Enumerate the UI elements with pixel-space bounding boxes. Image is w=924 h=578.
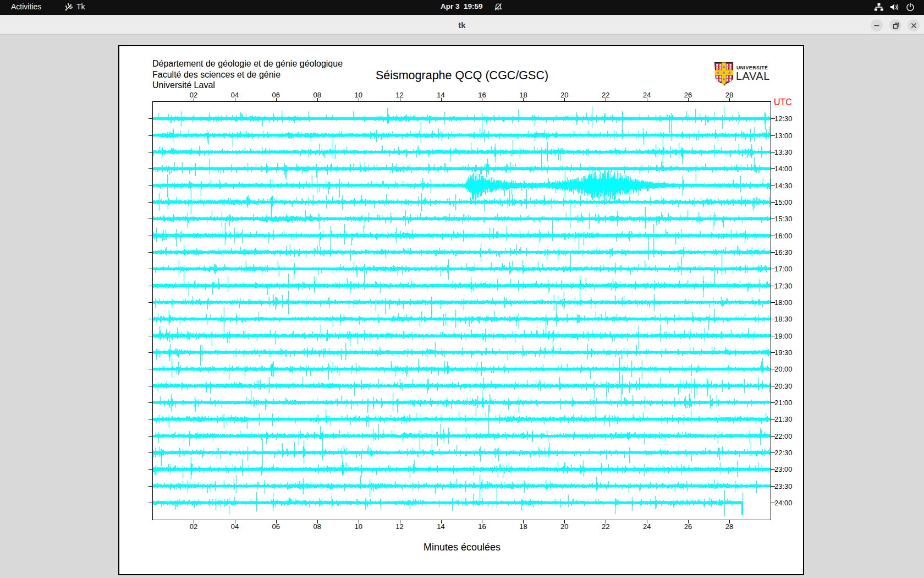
- svg-text:26: 26: [684, 91, 692, 99]
- svg-text:18:30: 18:30: [774, 315, 793, 323]
- svg-text:14:00: 14:00: [774, 165, 793, 173]
- svg-text:18: 18: [519, 91, 527, 99]
- svg-text:22:00: 22:00: [774, 432, 793, 440]
- svg-text:02: 02: [190, 522, 197, 531]
- svg-text:14: 14: [437, 91, 444, 99]
- svg-text:LAVAL: LAVAL: [736, 70, 770, 82]
- svg-text:08: 08: [313, 91, 321, 99]
- svg-text:16:30: 16:30: [774, 248, 793, 257]
- svg-text:19:30: 19:30: [774, 348, 793, 357]
- svg-text:18: 18: [519, 522, 527, 531]
- svg-text:12: 12: [395, 522, 403, 531]
- svg-text:10: 10: [354, 91, 362, 99]
- svg-text:06: 06: [272, 522, 280, 531]
- svg-text:10: 10: [354, 522, 362, 531]
- svg-text:04: 04: [231, 91, 239, 99]
- svg-text:21:00: 21:00: [774, 399, 793, 407]
- svg-text:24:00: 24:00: [774, 499, 793, 507]
- svg-text:04: 04: [231, 522, 239, 531]
- svg-text:20: 20: [560, 522, 568, 531]
- svg-text:26: 26: [684, 522, 692, 531]
- svg-text:12:30: 12:30: [774, 114, 793, 123]
- svg-text:02: 02: [190, 91, 197, 99]
- svg-text:Minutes écoulées: Minutes écoulées: [424, 542, 501, 553]
- svg-text:Séismographe QCQ (CGC/GSC): Séismographe QCQ (CGC/GSC): [376, 69, 548, 82]
- svg-text:15:30: 15:30: [774, 215, 793, 223]
- svg-text:24: 24: [643, 91, 651, 99]
- svg-text:19:00: 19:00: [774, 332, 793, 340]
- svg-text:12: 12: [395, 91, 403, 99]
- svg-text:22: 22: [602, 522, 609, 531]
- svg-text:16:00: 16:00: [774, 232, 793, 240]
- svg-text:28: 28: [725, 91, 733, 99]
- svg-text:13:30: 13:30: [774, 148, 793, 156]
- svg-text:16: 16: [478, 522, 486, 531]
- svg-text:16: 16: [478, 91, 486, 99]
- svg-text:23:30: 23:30: [774, 482, 793, 490]
- svg-text:Département de géologie et de: Département de géologie et de génie géol…: [152, 59, 343, 68]
- svg-text:Université Laval: Université Laval: [152, 80, 215, 90]
- svg-text:28: 28: [725, 522, 733, 531]
- svg-text:14: 14: [437, 522, 444, 531]
- svg-text:17:30: 17:30: [774, 282, 793, 290]
- svg-text:20:00: 20:00: [774, 365, 793, 373]
- svg-text:13:00: 13:00: [774, 132, 793, 140]
- svg-text:Faculté des sciences et de gén: Faculté des sciences et de génie: [152, 70, 280, 79]
- svg-text:24: 24: [643, 522, 651, 531]
- svg-text:21:30: 21:30: [774, 415, 793, 423]
- svg-text:23:00: 23:00: [774, 465, 793, 473]
- svg-text:18:00: 18:00: [774, 298, 793, 307]
- svg-text:UTC: UTC: [774, 97, 792, 107]
- svg-text:08: 08: [313, 522, 321, 531]
- svg-text:22:30: 22:30: [774, 449, 793, 457]
- svg-text:06: 06: [272, 91, 280, 99]
- svg-text:15:00: 15:00: [774, 198, 793, 206]
- svg-text:20: 20: [560, 91, 568, 99]
- svg-text:22: 22: [602, 91, 609, 99]
- svg-text:20:30: 20:30: [774, 382, 793, 390]
- svg-text:14:30: 14:30: [774, 182, 793, 190]
- svg-text:17:00: 17:00: [774, 265, 793, 273]
